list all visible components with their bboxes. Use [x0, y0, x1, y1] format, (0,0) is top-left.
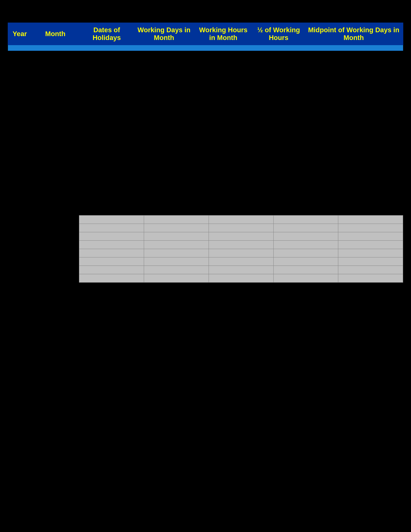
grid-cell [144, 257, 209, 266]
grid-cell [338, 249, 403, 257]
col-header-working-hours: Working Hours in Month [194, 23, 253, 45]
grid-cell [209, 266, 273, 274]
grid-row [79, 224, 403, 232]
grid-cell [338, 224, 403, 232]
header-row: Year Month Dates of Holidays Working Day… [8, 23, 403, 45]
grid-cell [338, 274, 403, 283]
grid-row [79, 266, 403, 274]
grid-cell [273, 257, 338, 266]
grid-row [79, 249, 403, 257]
col-header-half-hours: ½ of Working Hours [253, 23, 304, 45]
grid-cell [273, 249, 338, 257]
grid-cell [79, 257, 144, 266]
col-header-dates: Dates of Holidays [79, 23, 134, 45]
grid-cell [209, 224, 273, 232]
section3-data [8, 177, 403, 283]
col-header-midpoint: Midpoint of Working Days in Month [304, 23, 403, 45]
main-table: Year Month Dates of Holidays Working Day… [8, 23, 403, 379]
col-header-month: Month [32, 23, 79, 45]
grid-cell [144, 224, 209, 232]
grid-cell [273, 224, 338, 232]
section2-data [8, 109, 403, 177]
grid-cell [209, 249, 273, 257]
grid-cell [338, 266, 403, 274]
grid-cell [79, 232, 144, 240]
grid-cell [209, 232, 273, 240]
grid-cell [144, 240, 209, 249]
grid-cell [144, 274, 209, 283]
grid-cell [79, 240, 144, 249]
grid-row [79, 240, 403, 249]
grid-cell [79, 274, 144, 283]
grid-row [79, 232, 403, 240]
col-header-year: Year [8, 23, 32, 45]
grid-cell [144, 215, 209, 224]
grid-cell [273, 240, 338, 249]
bottom-space [8, 283, 403, 379]
grid-cell [273, 274, 338, 283]
grid-cell [144, 232, 209, 240]
grid-cell [338, 257, 403, 266]
grid-cell [273, 266, 338, 274]
grid-cell [273, 215, 338, 224]
grid-cell [209, 240, 273, 249]
grid-row [79, 257, 403, 266]
header-blue-bar [8, 45, 403, 51]
grid-cell [144, 266, 209, 274]
grid-cell [79, 224, 144, 232]
grid-cell [144, 249, 209, 257]
grid-cell [338, 240, 403, 249]
data-grid [79, 215, 403, 283]
section1-data [8, 51, 403, 109]
grid-cell [273, 232, 338, 240]
grid-cell [79, 266, 144, 274]
col-header-working-days: Working Days in Month [134, 23, 194, 45]
grid-row [79, 215, 403, 224]
grid-cell [79, 249, 144, 257]
grid-cell [209, 257, 273, 266]
grid-cell [209, 274, 273, 283]
grid-cell [79, 215, 144, 224]
grid-cell [338, 232, 403, 240]
grid-row [79, 274, 403, 283]
grid-cell [209, 215, 273, 224]
grid-cell [338, 215, 403, 224]
